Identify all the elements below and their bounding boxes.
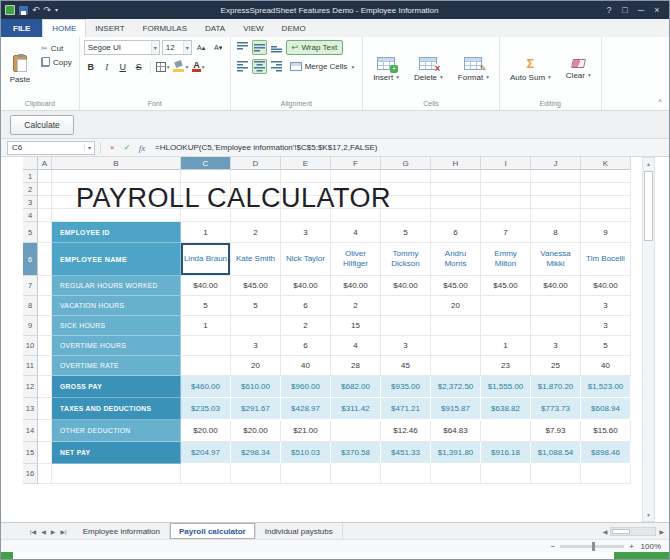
- cell-E16[interactable]: [281, 464, 331, 484]
- cell-H11[interactable]: [431, 356, 481, 376]
- cell-I16[interactable]: [481, 464, 531, 484]
- cell-H13[interactable]: $915.87: [431, 398, 481, 420]
- cell-A9[interactable]: [38, 316, 52, 336]
- cell-K2[interactable]: [581, 183, 631, 196]
- tab-demo[interactable]: DEMO: [273, 19, 315, 37]
- cell-D13[interactable]: $291.67: [231, 398, 281, 420]
- italic-button[interactable]: I: [100, 59, 114, 74]
- cell-E15[interactable]: $510.03: [281, 442, 331, 464]
- restore-button[interactable]: □: [617, 3, 633, 17]
- cell-I9[interactable]: [481, 316, 531, 336]
- tab-file[interactable]: FILE: [1, 19, 42, 37]
- cell-F14[interactable]: [331, 420, 381, 442]
- format-button[interactable]: Format▾: [452, 40, 495, 98]
- cell-K10[interactable]: 5: [581, 336, 631, 356]
- cell-E9[interactable]: 2: [281, 316, 331, 336]
- row-header-14[interactable]: 14: [23, 420, 38, 442]
- cell-G9[interactable]: [381, 316, 431, 336]
- cell-G7[interactable]: $40.00: [381, 276, 431, 296]
- cell-D12[interactable]: $610.00: [231, 376, 281, 398]
- cell-D8[interactable]: 5: [231, 296, 281, 316]
- cell-H14[interactable]: $64.83: [431, 420, 481, 442]
- cell-K9[interactable]: 3: [581, 316, 631, 336]
- cell-I1[interactable]: [481, 170, 531, 183]
- horizontal-scrollbar-thumb[interactable]: [612, 529, 630, 534]
- cell-C10[interactable]: [181, 336, 231, 356]
- font-color-button[interactable]: A▾: [191, 59, 205, 74]
- sheet-tab-employee-information[interactable]: Employee information: [74, 523, 170, 539]
- cell-H5[interactable]: 6: [431, 222, 481, 243]
- zoom-in-button[interactable]: +: [629, 542, 634, 551]
- cell-I10[interactable]: 1: [481, 336, 531, 356]
- cell-G5[interactable]: 5: [381, 222, 431, 243]
- cell-I12[interactable]: $1,555.00: [481, 376, 531, 398]
- cell-F11[interactable]: 28: [331, 356, 381, 376]
- vertical-scrollbar[interactable]: ▲ ▼: [642, 157, 655, 522]
- cell-C8[interactable]: 5: [181, 296, 231, 316]
- row-header-3[interactable]: 3: [23, 196, 38, 209]
- formula-input[interactable]: =HLOOKUP(C5,'Employee information'!$C$5:…: [155, 143, 378, 152]
- chevron-down-icon[interactable]: ▾: [84, 144, 94, 151]
- confirm-entry-icon[interactable]: ✓: [121, 143, 133, 152]
- cell-D1[interactable]: [231, 170, 281, 183]
- row-header-10[interactable]: 10: [23, 336, 38, 356]
- cell-E1[interactable]: [281, 170, 331, 183]
- cell-A13[interactable]: [38, 398, 52, 420]
- horizontal-scrollbar-track[interactable]: [610, 527, 656, 536]
- row-label-6[interactable]: EMPLOYEE NAME: [52, 243, 181, 276]
- cell-H3[interactable]: [431, 196, 481, 209]
- cut-button[interactable]: ✂ Cut: [38, 43, 75, 54]
- cell-E14[interactable]: $21.00: [281, 420, 331, 442]
- row-header-8[interactable]: 8: [23, 296, 38, 316]
- close-button[interactable]: ×: [649, 3, 665, 17]
- cell-J2[interactable]: [531, 183, 581, 196]
- row-header-15[interactable]: 15: [23, 442, 38, 464]
- scroll-left-icon[interactable]: ◀: [603, 528, 608, 535]
- auto-sum-button[interactable]: Σ Auto Sum▾: [504, 40, 557, 98]
- row-header-9[interactable]: 9: [23, 316, 38, 336]
- cell-F8[interactable]: 2: [331, 296, 381, 316]
- cell-A2[interactable]: [38, 183, 52, 196]
- row-header-7[interactable]: 7: [23, 276, 38, 296]
- cell-J10[interactable]: 3: [531, 336, 581, 356]
- sheet-tab-payroll-calculator[interactable]: Payroll calculator: [170, 523, 256, 539]
- cell-D9[interactable]: [231, 316, 281, 336]
- row-header-6[interactable]: 6: [23, 243, 38, 276]
- grid-corner[interactable]: [23, 157, 38, 170]
- cell-C11[interactable]: [181, 356, 231, 376]
- column-header-G[interactable]: G: [381, 157, 431, 170]
- cell-F1[interactable]: [331, 170, 381, 183]
- cell-G8[interactable]: [381, 296, 431, 316]
- previous-sheet-icon[interactable]: ◀: [41, 528, 46, 535]
- column-header-C[interactable]: C: [181, 157, 231, 170]
- cell-F5[interactable]: 4: [331, 222, 381, 243]
- row-label-7[interactable]: REGULAR HOURS WORKED: [52, 276, 181, 296]
- minimize-button[interactable]: ─: [633, 3, 649, 17]
- cell-H9[interactable]: [431, 316, 481, 336]
- save-icon[interactable]: [19, 6, 28, 15]
- cell-G1[interactable]: [381, 170, 431, 183]
- cell-J11[interactable]: 25: [531, 356, 581, 376]
- row-label-13[interactable]: TAXES AND DEDUCTIONS: [52, 398, 181, 420]
- column-header-H[interactable]: H: [431, 157, 481, 170]
- cell-K4[interactable]: [581, 209, 631, 222]
- cell-D11[interactable]: 20: [231, 356, 281, 376]
- cell-A1[interactable]: [38, 170, 52, 183]
- cell-G10[interactable]: 3: [381, 336, 431, 356]
- cell-C7[interactable]: $40.00: [181, 276, 231, 296]
- cell-B16[interactable]: [52, 464, 181, 484]
- help-button[interactable]: ?: [601, 3, 617, 17]
- row-label-9[interactable]: SICK HOURS: [52, 316, 181, 336]
- cell-G15[interactable]: $451.33: [381, 442, 431, 464]
- grow-font-button[interactable]: A▴: [194, 40, 209, 55]
- cell-C1[interactable]: [181, 170, 231, 183]
- column-header-B[interactable]: B: [52, 157, 181, 170]
- first-sheet-icon[interactable]: |◀: [30, 528, 36, 535]
- underline-button[interactable]: U: [116, 59, 130, 74]
- cell-E6[interactable]: Nick Taylor: [281, 243, 331, 276]
- cell-A3[interactable]: [38, 196, 52, 209]
- cell-K14[interactable]: $15.60: [581, 420, 631, 442]
- cell-D6[interactable]: Kate Smith: [231, 243, 281, 276]
- row-header-2[interactable]: 2: [23, 183, 38, 196]
- cell-C5[interactable]: 1: [181, 222, 231, 243]
